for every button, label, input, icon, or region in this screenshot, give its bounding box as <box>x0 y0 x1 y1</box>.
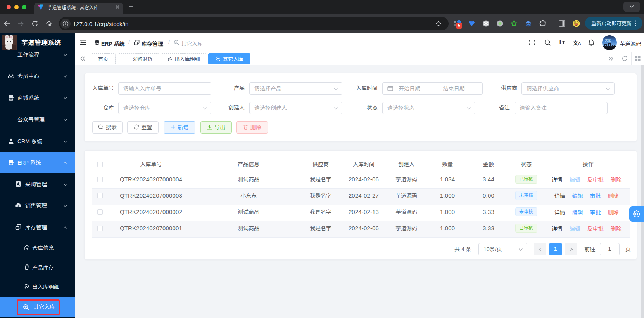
svg-text:文化: 文化 <box>605 38 611 42</box>
